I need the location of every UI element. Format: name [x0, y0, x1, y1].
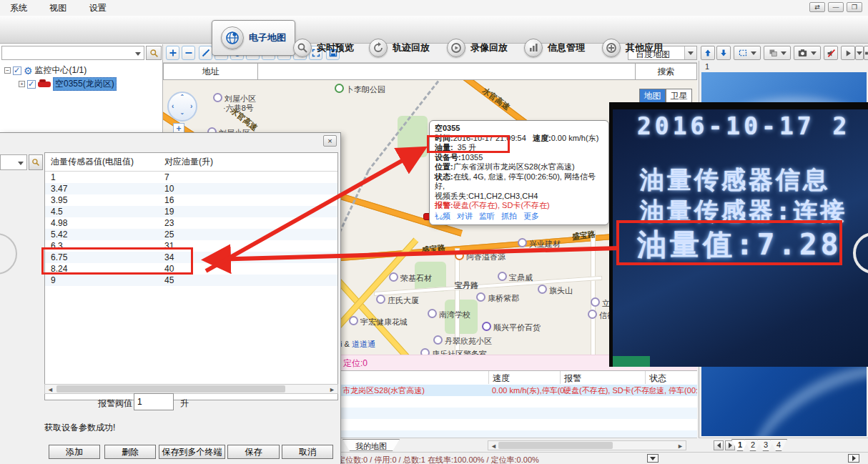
- layout-button[interactable]: [764, 46, 791, 60]
- magnifier-icon: [293, 39, 312, 57]
- popup-action-link[interactable]: 对讲: [457, 212, 473, 220]
- video-channel-label: 1: [705, 62, 709, 71]
- video-page-strip: 1234: [699, 438, 868, 452]
- close-icon[interactable]: ×: [323, 135, 337, 147]
- header-resistance: 油量传感器值(电阻值): [45, 156, 162, 168]
- gear-icon: ⚙: [24, 66, 33, 76]
- dialog-horizontal-scrollbar[interactable]: ◄►: [44, 384, 338, 394]
- video-page-tab[interactable]: 4: [770, 439, 787, 451]
- address-input[interactable]: [259, 64, 635, 79]
- address-search-button[interactable]: 搜索: [635, 64, 696, 79]
- select-region-button[interactable]: [734, 46, 761, 60]
- delete-button[interactable]: 删除: [104, 445, 156, 459]
- menu-settings[interactable]: 设置: [79, 0, 117, 14]
- cell-status: 怠速, 停车(00:2: [648, 385, 697, 396]
- vehicle-checkbox[interactable]: [27, 80, 36, 89]
- fuel-table-row[interactable]: 5.42 25: [45, 229, 337, 240]
- column-header-alarm[interactable]: 报警: [560, 371, 645, 384]
- window-switch-icon[interactable]: ⇄: [809, 2, 825, 12]
- save-to-multiple-button[interactable]: 保存到多个终端: [159, 445, 225, 459]
- column-header-speed[interactable]: 速度: [488, 371, 560, 384]
- stop-icon[interactable]: [864, 46, 868, 60]
- popup-speed-value: 0.00 km/h(东): [551, 134, 599, 142]
- tree-vehicle-label: 空0355(龙岗区): [53, 77, 117, 91]
- map-type-satellite[interactable]: 卫星: [666, 89, 692, 104]
- map-label: 水官高速: [480, 85, 512, 112]
- tab-info-manage[interactable]: 信息管理: [524, 36, 585, 60]
- play-icon[interactable]: [841, 46, 855, 60]
- map-label: 宝鼎威: [498, 272, 533, 283]
- add-button[interactable]: 添加: [49, 445, 100, 459]
- tree-node-vehicle[interactable]: + 空0355(龙岗区): [19, 77, 117, 91]
- expand-panel-icon[interactable]: [848, 454, 859, 463]
- attribution-link[interactable]: 道道通: [352, 340, 375, 348]
- fuel-table-row[interactable]: 4.98 23: [45, 217, 337, 229]
- fuel-calibration-table[interactable]: 油量传感器值(电阻值) 对应油量(升) 1 7 3.47 10 3.95 16: [44, 152, 338, 400]
- tab-live-preview[interactable]: 实时预览: [293, 36, 354, 60]
- tab-video-replay[interactable]: 录像回放: [447, 36, 508, 60]
- fuel-table-row[interactable]: 3.47 10: [45, 183, 337, 194]
- menu-view[interactable]: 视图: [39, 0, 77, 14]
- measure-icon[interactable]: [199, 46, 212, 60]
- tree-search-input[interactable]: [1, 46, 144, 60]
- cancel-button[interactable]: 取消: [282, 445, 333, 459]
- popup-action-link[interactable]: 抓拍: [501, 212, 517, 220]
- root-checkbox[interactable]: [13, 66, 21, 75]
- collapse-panel-icon[interactable]: [647, 454, 659, 463]
- map-label: 卜李朗公园: [335, 84, 385, 95]
- cell-resistance: 5.42: [45, 229, 162, 240]
- map-type-map[interactable]: 地图: [639, 89, 666, 104]
- fuel-table-row[interactable]: 1 7: [45, 172, 337, 183]
- alarm-threshold-label: 报警阀值: [98, 398, 132, 410]
- background-combo: [0, 154, 27, 170]
- window-minimize-icon[interactable]: —: [828, 2, 844, 12]
- chevron-down-icon[interactable]: [135, 52, 141, 56]
- popup-action-link[interactable]: 监听: [479, 212, 495, 220]
- window-restore-icon[interactable]: ❐: [847, 2, 862, 12]
- cell-volume: 25: [162, 229, 174, 240]
- cell-volume: 45: [162, 275, 174, 285]
- popup-tail: [435, 209, 446, 219]
- tab-track-replay[interactable]: 轨迹回放: [369, 36, 430, 60]
- push-down-icon[interactable]: [716, 46, 731, 60]
- column-header-status[interactable]: 状态: [645, 371, 697, 384]
- chevron-down-icon[interactable]: [684, 46, 696, 59]
- background-search-button: [29, 154, 43, 170]
- tree-search-button[interactable]: [146, 46, 162, 60]
- map-label: 康桥紫郡: [476, 292, 519, 304]
- popup-alarm-value: 硬盘(不存在), SD卡(不存在): [453, 201, 550, 209]
- popup-action-link[interactable]: 更多: [523, 212, 539, 220]
- map-label: 庄氏大厦: [376, 295, 419, 306]
- tree-node-root[interactable]: − ⚙ 监控中心(1/1): [4, 64, 87, 76]
- tab-other-apps[interactable]: 其他应用: [602, 36, 663, 60]
- table-row[interactable]: 市龙岗区S28(水官高速) 0.00 km/h(东),停车(0 硬盘(不存在),…: [341, 385, 697, 396]
- alarm-threshold-input[interactable]: [134, 393, 174, 410]
- tab-my-map[interactable]: 我的地图: [342, 439, 400, 451]
- cell-resistance: 3.47: [45, 184, 162, 194]
- fuel-table-row[interactable]: 9 45: [45, 275, 337, 286]
- empty-row: [341, 408, 697, 419]
- fuel-table-row[interactable]: 3.95 16: [45, 194, 337, 206]
- popup-location-value: 广东省深圳市龙岗区S28(水官高速): [453, 162, 575, 171]
- save-button[interactable]: 保存: [227, 445, 280, 459]
- bottom-tab-strip: 我的地图 ◄►: [341, 438, 697, 452]
- menu-system[interactable]: 系统: [0, 0, 37, 14]
- expand-icon[interactable]: +: [19, 81, 25, 87]
- collapse-icon[interactable]: −: [4, 67, 11, 74]
- push-up-icon[interactable]: [701, 46, 715, 60]
- map-label: 南湾学校: [428, 309, 470, 320]
- map-pan-control[interactable]: ˆˇ‹›: [167, 92, 197, 122]
- play-options-icon[interactable]: [855, 46, 864, 60]
- horizontal-scrollbar[interactable]: ◄►: [488, 440, 686, 450]
- snapshot-button[interactable]: [794, 46, 821, 60]
- other-apps-icon: [602, 39, 621, 57]
- tab-e-map[interactable]: 电子地图: [212, 20, 295, 56]
- zoom-in-icon[interactable]: [166, 46, 179, 60]
- page-prev-icon[interactable]: [714, 440, 724, 450]
- fuel-table-row[interactable]: 4.5 19: [45, 206, 337, 217]
- chevron-down-icon: [781, 51, 786, 55]
- cell-volume: 16: [162, 195, 174, 205]
- popup-device-label: 设备号:: [435, 153, 461, 162]
- zoom-out-icon[interactable]: [182, 46, 195, 60]
- mute-icon[interactable]: [824, 46, 838, 60]
